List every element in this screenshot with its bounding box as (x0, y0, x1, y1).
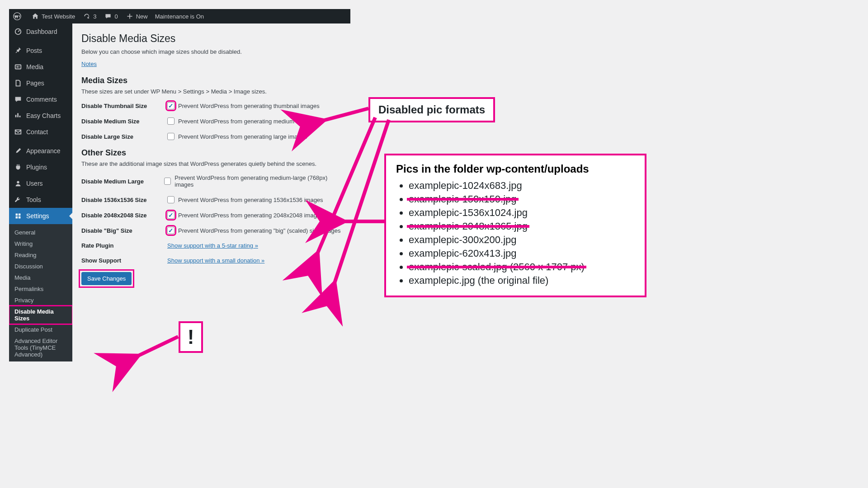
wp-logo[interactable] (9, 9, 27, 23)
submenu-general[interactable]: General (9, 227, 72, 238)
setting-label: Disable Medium Large (81, 178, 164, 185)
page-title: Disable Media Sizes (81, 33, 341, 45)
submenu-discussion[interactable]: Discussion (9, 261, 72, 272)
rate-plugin-label: Rate Plugin (81, 242, 167, 249)
menu-label: Tools (26, 196, 41, 203)
files-list-title: Pics in the folder wp-content/uploads (396, 163, 635, 175)
wordpress-icon (13, 12, 22, 21)
checkbox[interactable] (167, 102, 175, 109)
submenu-privacy[interactable]: Privacy (9, 295, 72, 306)
rate-plugin-link[interactable]: Show support with a 5-star rating » (167, 242, 258, 249)
file-entry: examplepic-2048x1365.jpg (409, 221, 635, 232)
dashboard-icon (14, 27, 23, 36)
site-name: Test Website (42, 13, 75, 20)
setting-field: Prevent WordPress from generating 2048x2… (167, 211, 323, 219)
submenu-reading[interactable]: Reading (9, 249, 72, 261)
notes-link[interactable]: Notes (81, 61, 97, 67)
setting-label: Disable "Big" Size (81, 227, 167, 234)
file-entry: examplepic-300x200.jpg (409, 234, 635, 246)
menu-item-easy-charts[interactable]: Easy Charts (9, 108, 72, 124)
menu-item-contact[interactable]: Contact (9, 124, 72, 140)
checkbox[interactable] (167, 196, 175, 203)
setting-description: Prevent WordPress from generating 2048x2… (178, 212, 323, 219)
menu-item-appearance[interactable]: Appearance (9, 143, 72, 159)
mail-icon (14, 127, 23, 136)
svg-rect-6 (16, 214, 18, 216)
maintenance-link[interactable]: Maintenance is On (151, 9, 208, 23)
menu-label: Posts (26, 47, 42, 54)
setting-description: Prevent WordPress from generating "big" … (178, 227, 340, 234)
menu-item-media[interactable]: Media (9, 59, 72, 75)
pin-icon (14, 46, 23, 55)
submenu-duplicate-post[interactable]: Duplicate Post (9, 324, 72, 335)
checkbox[interactable] (167, 117, 175, 125)
exclaim-mark: ! (188, 326, 194, 348)
exclaim-callout: ! (179, 321, 203, 353)
menu-label: Easy Charts (26, 112, 61, 119)
comments-link[interactable]: 0 (100, 9, 121, 23)
comments-count: 0 (114, 13, 118, 20)
show-support-link[interactable]: Show support with a small donation » (167, 257, 264, 264)
menu-item-pages[interactable]: Pages (9, 75, 72, 91)
file-entry: examplepic-1536x1024.jpg (409, 207, 635, 219)
setting-description: Prevent WordPress from generating thumbn… (178, 103, 320, 109)
submenu-disable-media-sizes[interactable]: Disable Media Sizes (9, 306, 72, 324)
setting-description: Prevent WordPress from generating large … (178, 133, 307, 140)
setting-row: Disable 1536x1536 SizePrevent WordPress … (81, 196, 341, 203)
menu-label: Comments (26, 96, 57, 103)
setting-label: Disable 2048x2048 Size (81, 212, 167, 219)
show-support-label: Show Support (81, 257, 167, 264)
menu-item-comments[interactable]: Comments (9, 91, 72, 108)
submenu-writing[interactable]: Writing (9, 238, 72, 249)
save-highlight: Save Changes (81, 272, 132, 285)
callout-files-list: Pics in the folder wp-content/uploads ex… (384, 154, 646, 297)
comment-icon (14, 95, 23, 104)
menu-label: Contact (26, 128, 48, 136)
setting-row: Disable 2048x2048 SizePrevent WordPress … (81, 211, 341, 219)
setting-label: Disable Large Size (81, 133, 167, 140)
checkbox[interactable] (167, 133, 175, 140)
media-sizes-heading: Media Sizes (81, 76, 341, 85)
submenu-permalinks[interactable]: Permalinks (9, 283, 72, 295)
menu-item-plugins[interactable]: Plugins (9, 159, 72, 175)
media-icon (14, 62, 23, 71)
main-content: Disable Media Sizes Below you can choose… (72, 23, 350, 361)
submenu-media[interactable]: Media (9, 272, 72, 283)
svg-rect-9 (19, 216, 21, 219)
checkbox[interactable] (164, 178, 171, 185)
updates-link[interactable]: 3 (79, 9, 100, 23)
new-label: New (136, 13, 148, 20)
submenu-advanced-editor-tools-tinymce-advanced-[interactable]: Advanced Editor Tools (TinyMCE Advanced) (9, 335, 72, 360)
setting-description: Prevent WordPress from generating medium… (178, 118, 315, 125)
site-name-link[interactable]: Test Website (27, 9, 79, 23)
callout-disabled-formats: Disabled pic formats (368, 97, 495, 122)
menu-item-settings[interactable]: Settings (9, 208, 72, 224)
menu-label: Pages (26, 80, 44, 87)
settings-submenu: GeneralWritingReadingDiscussionMediaPerm… (9, 224, 72, 361)
callout-title: Disabled pic formats (378, 103, 485, 116)
menu-item-users[interactable]: Users (9, 175, 72, 192)
setting-row: Disable Thumbnail SizePrevent WordPress … (81, 102, 341, 109)
menu-label: Users (26, 180, 43, 187)
setting-row: Disable Medium SizePrevent WordPress fro… (81, 117, 341, 125)
menu-label: Settings (26, 212, 49, 220)
setting-field: Prevent WordPress from generating 1536x1… (167, 196, 323, 203)
svg-point-3 (16, 66, 18, 68)
svg-rect-7 (19, 214, 21, 216)
setting-description: Prevent WordPress from generating 1536x1… (178, 197, 323, 203)
checkbox[interactable] (167, 211, 175, 219)
setting-field: Prevent WordPress from generating medium… (167, 117, 315, 125)
chart-icon (14, 111, 23, 120)
new-content-link[interactable]: New (122, 9, 151, 23)
save-changes-button[interactable]: Save Changes (81, 272, 132, 285)
page-icon (14, 79, 23, 88)
file-entry: examplepic-scaled.jpg (2560 x 1707 px) (409, 261, 635, 273)
plug-icon (14, 163, 23, 172)
menu-item-tools[interactable]: Tools (9, 192, 72, 208)
menu-item-dashboard[interactable]: Dashboard (9, 23, 72, 40)
maintenance-label: Maintenance is On (155, 13, 204, 20)
admin-toolbar: Test Website 3 0 New Main (9, 9, 350, 23)
file-entry: examplepic-1024x683.jpg (409, 180, 635, 192)
menu-item-posts[interactable]: Posts (9, 42, 72, 59)
checkbox[interactable] (167, 227, 175, 234)
